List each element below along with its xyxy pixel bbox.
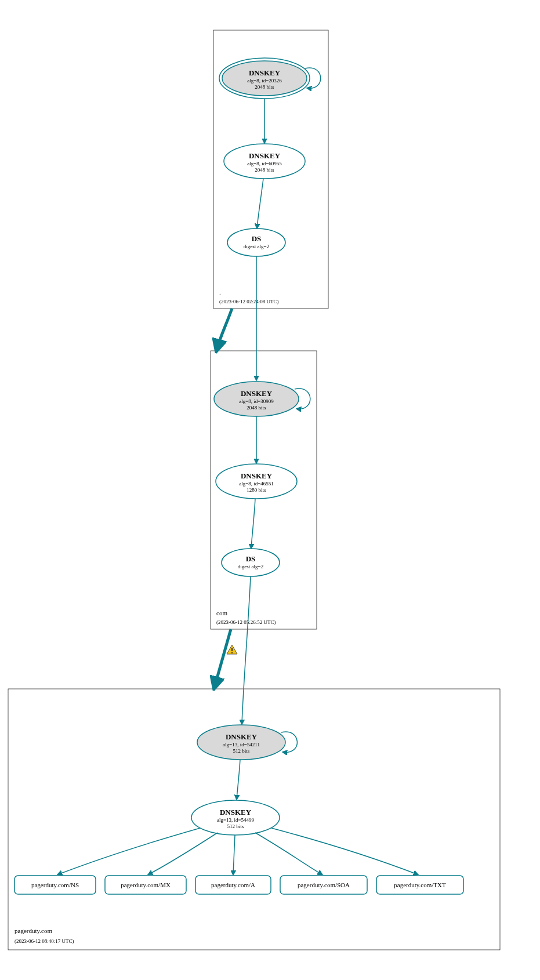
zone-root-timestamp: (2023-06-12 02:24:08 UTC) bbox=[219, 299, 279, 304]
root-ds-alg: digest alg=2 bbox=[244, 244, 269, 249]
root-ksk-alg: alg=8, id=20326 bbox=[247, 78, 282, 84]
node-root-zsk: DNSKEY alg=8, id=60955 2048 bits bbox=[224, 144, 305, 179]
domain-ksk-alg: alg=13, id=54211 bbox=[223, 742, 260, 747]
com-zsk-bits: 1280 bits bbox=[247, 487, 266, 493]
zone-com: com (2023-06-12 05:26:52 UTC) DNSKEY alg… bbox=[211, 256, 317, 629]
node-com-zsk: DNSKEY alg=8, id=46551 1280 bits bbox=[216, 464, 297, 499]
edge-domain-ksk-zsk bbox=[237, 760, 240, 799]
edge-zsk-ns bbox=[58, 828, 200, 874]
edge-zsk-mx bbox=[148, 833, 218, 874]
domain-zsk-title: DNSKEY bbox=[220, 808, 252, 816]
node-domain-ksk: DNSKEY alg=13, id=54211 512 bits bbox=[197, 725, 285, 760]
zone-root: . (2023-06-12 02:24:08 UTC) DNSKEY alg=8… bbox=[213, 30, 328, 308]
node-root-ds: DS digest alg=2 bbox=[227, 228, 285, 256]
svg-rect-10 bbox=[231, 648, 233, 651]
root-zsk-bits: 2048 bits bbox=[255, 167, 274, 173]
record-ns: pagerduty.com/NS bbox=[15, 876, 96, 894]
com-ksk-title: DNSKEY bbox=[241, 389, 273, 398]
edge-com-zsk-ds bbox=[251, 499, 255, 548]
zone-domain: pagerduty.com (2023-06-12 08:40:17 UTC) … bbox=[8, 576, 500, 950]
warning-icon bbox=[227, 645, 237, 654]
edge-com-ds-to-domain-ksk bbox=[242, 576, 251, 724]
root-ksk-bits: 2048 bits bbox=[255, 84, 274, 90]
record-soa-label: pagerduty.com/SOA bbox=[298, 881, 350, 888]
node-domain-zsk: DNSKEY alg=13, id=54499 512 bits bbox=[191, 800, 280, 835]
zone-domain-label: pagerduty.com bbox=[15, 927, 52, 934]
root-zsk-alg: alg=8, id=60955 bbox=[247, 161, 282, 166]
record-mx-label: pagerduty.com/MX bbox=[121, 881, 171, 888]
zone-root-label: . bbox=[219, 289, 221, 296]
com-ksk-alg: alg=8, id=30909 bbox=[239, 398, 274, 404]
domain-ksk-bits: 512 bits bbox=[233, 748, 250, 754]
edge-com-to-domain-delegation bbox=[215, 629, 231, 687]
zone-com-timestamp: (2023-06-12 05:26:52 UTC) bbox=[216, 619, 276, 625]
edge-zsk-txt bbox=[271, 828, 418, 874]
record-soa: pagerduty.com/SOA bbox=[280, 876, 367, 894]
com-zsk-title: DNSKEY bbox=[241, 471, 273, 480]
record-a: pagerduty.com/A bbox=[195, 876, 271, 894]
root-zsk-title: DNSKEY bbox=[249, 151, 281, 160]
dnssec-diagram: . (2023-06-12 02:24:08 UTC) DNSKEY alg=8… bbox=[0, 0, 540, 980]
node-root-ksk: DNSKEY alg=8, id=20326 2048 bits bbox=[219, 58, 310, 99]
record-txt-label: pagerduty.com/TXT bbox=[394, 881, 446, 888]
record-ns-label: pagerduty.com/NS bbox=[31, 881, 79, 888]
root-ksk-title: DNSKEY bbox=[249, 68, 281, 77]
svg-rect-11 bbox=[231, 652, 233, 654]
edge-root-zsk-ds bbox=[257, 179, 263, 228]
edge-zsk-a bbox=[233, 835, 235, 874]
edge-root-to-com-delegation bbox=[217, 308, 232, 349]
com-ds-alg: digest alg=2 bbox=[238, 564, 263, 569]
record-a-label: pagerduty.com/A bbox=[211, 881, 255, 888]
com-ds-title: DS bbox=[246, 554, 256, 563]
record-mx: pagerduty.com/MX bbox=[105, 876, 186, 894]
node-com-ksk: DNSKEY alg=8, id=30909 2048 bits bbox=[214, 382, 299, 416]
zone-com-label: com bbox=[216, 609, 227, 616]
node-com-ds: DS digest alg=2 bbox=[222, 549, 280, 576]
domain-ksk-title: DNSKEY bbox=[226, 732, 258, 741]
com-zsk-alg: alg=8, id=46551 bbox=[239, 481, 274, 487]
domain-zsk-alg: alg=13, id=54499 bbox=[217, 817, 255, 823]
root-ds-title: DS bbox=[252, 234, 262, 243]
com-ksk-bits: 2048 bits bbox=[247, 405, 266, 411]
domain-zsk-bits: 512 bits bbox=[227, 823, 244, 829]
zone-domain-timestamp: (2023-06-12 08:40:17 UTC) bbox=[15, 938, 74, 944]
record-txt: pagerduty.com/TXT bbox=[376, 876, 463, 894]
